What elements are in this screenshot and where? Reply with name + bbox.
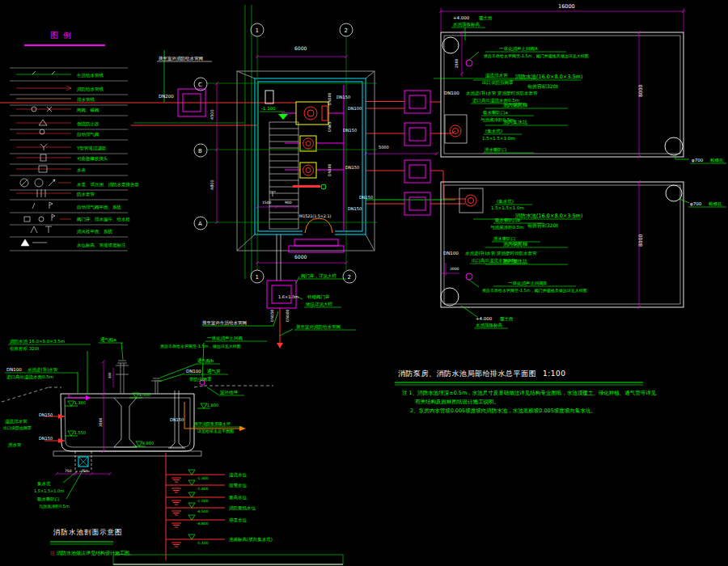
drawing-label: Y型管道过滤器	[76, 146, 107, 151]
drawing-label: 倒流防止器	[77, 121, 99, 127]
level-lines	[166, 475, 225, 547]
drawing-label: 覆土面	[479, 15, 493, 21]
drawing-label: 一体化消声止回阀	[207, 336, 243, 341]
drawing-label: DN150	[345, 165, 359, 170]
drawing-label: DN65	[328, 121, 332, 132]
drawing-label: 一体化消声止回阀B	[508, 281, 547, 286]
note-line-2: 有关结构及园林图纸设计施工说明。	[415, 398, 656, 407]
plan-title: 消防泵房、消防水池局部给排水总平面图1:100	[398, 369, 565, 379]
drawing-label: 4500	[210, 109, 214, 120]
bottom-frame	[113, 555, 343, 564]
drawing-label: 覆土面	[500, 316, 514, 322]
drawing-label: -5.100	[197, 541, 209, 545]
drawing-label: DN100	[6, 367, 22, 372]
drawing-label: 自动排气阀	[77, 132, 99, 137]
level-triangles	[188, 470, 195, 539]
drawing-label: 接自市政给水管网至-1.5m，做法详见大样图	[160, 344, 241, 349]
section-dimensions	[55, 360, 113, 475]
drawing-label: DN200	[159, 94, 174, 99]
drawing-label: 消火栓平面、系统	[77, 229, 113, 234]
drawing-label: 一体化消声止回阀A	[499, 46, 538, 52]
plan-scale: 1:100	[543, 370, 565, 378]
drawing-label: 6000	[294, 45, 307, 51]
drawing-label: -1.400	[197, 487, 209, 491]
drawing-label: 出口设防虫网罩	[3, 425, 32, 431]
section-title: 消防水池剖面示意图	[53, 528, 123, 538]
drawing-label: DN100	[348, 106, 362, 111]
drawing-label: 1.5×1.5×1.0m	[34, 488, 64, 493]
drawing-label: DN100	[443, 251, 459, 256]
drawing-label: A	[198, 221, 202, 227]
plan-title-text: 消防泵房、消防水池局部给排水总平面图	[398, 370, 536, 378]
drawing-label: 消防水池(16.0×8.0×3.5m)	[514, 213, 582, 219]
cad-viewport[interactable]: 16000+4.000覆土面水池顶板标高一体化消声止回阀A接自市政给水管网至-1…	[0, 0, 728, 566]
drawing-label: 接至室外消防给水管网	[296, 324, 341, 330]
riser-pipes	[202, 234, 303, 348]
drawing-label: (集水坑)	[485, 129, 502, 134]
drawing-label: 水池顶板标高	[453, 22, 480, 27]
drawing-label: 通气帽a	[100, 336, 116, 343]
drawing-label: 砖砌阀门井	[307, 294, 330, 300]
drawing-label: 2500	[455, 58, 459, 68]
drawing-label: 接自市政给水管网至-1.5m，阀门井规格及做法详见大样图	[484, 53, 589, 59]
vent-pipes	[116, 361, 162, 394]
drawing-label: 水池顶板标高	[476, 323, 503, 328]
drawing-label: 溢流排水管	[5, 419, 28, 424]
drawing-label: -1.550	[73, 430, 86, 435]
drawing-label: 泄水管	[8, 442, 22, 448]
drawing-label: 5000	[379, 145, 389, 150]
tank-section	[2, 343, 273, 475]
drawing-label: 自动排气阀平面、系统	[77, 205, 122, 210]
drawing-label: DN150	[270, 309, 274, 322]
drawing-label: -4.800	[197, 522, 209, 526]
section-note-text: 消防水池做法详见结构设计施工图。	[57, 550, 134, 555]
drawing-label: 水池进(补)水管	[28, 367, 58, 373]
drawing-label: 出口设防虫网罩	[482, 80, 514, 86]
section-note-prefix: 注:	[50, 550, 57, 555]
section-note: 注:消防水池做法详见结构设计施工图。	[50, 550, 134, 557]
tank-leaders	[63, 27, 689, 499]
drawing-label: 带防虫网罩	[189, 377, 212, 382]
drawing-label: +4.000	[476, 316, 493, 321]
drawing-label: -1.100	[261, 106, 276, 111]
drawing-label: DN150	[39, 436, 53, 441]
drawing-label: 检修孔	[710, 158, 724, 163]
drawing-label: 接至室外消防给水管网	[159, 56, 203, 61]
note-line-1: 注 1、消防水池埋深±0.5m，水池尺寸及基础做法详见结构专业图纸，水池顶覆土、…	[402, 389, 656, 398]
drawing-label: 6000	[294, 254, 307, 260]
drawing-label: 消防最低水位	[229, 505, 256, 511]
level-markers	[65, 393, 210, 446]
plan-notes: 注 1、消防水池埋深±0.5m，水池尺寸及基础做法详见结构专业图纸，水池顶覆土、…	[402, 389, 656, 416]
drawing-label: 1	[256, 27, 259, 34]
drawing-label: 阀门井，详见大样	[301, 273, 337, 279]
drawing-label: 池底标高(坡向集水坑)	[229, 537, 273, 543]
drawing-label: -1.300	[73, 400, 86, 405]
drawing-label: 做法详见大样	[305, 302, 333, 307]
drawing-label: 2	[348, 274, 351, 281]
drawing-label: 停泵水位	[229, 517, 248, 523]
drawing-label: 溢流排水管	[485, 73, 508, 78]
drawing-label: 详见给排水总平面图	[197, 429, 234, 434]
drawing-label: 1500	[262, 201, 272, 205]
drawing-label: DN100	[328, 92, 332, 105]
drawing-label: 750	[81, 469, 88, 473]
drawing-label: 500	[108, 372, 112, 378]
drawing-label: DN150	[348, 206, 362, 211]
stairs	[269, 122, 298, 229]
drawing-label: 消防水池 16.0×8.0×3.5m	[10, 339, 65, 344]
drawing-label: 有效容积320t	[527, 83, 558, 90]
drawing-canvas: 16000+4.000覆土面水池顶板标高一体化消声止回阀A接自市政给水管网至-1…	[0, 0, 728, 566]
drawing-label: 消防给水管线	[77, 87, 104, 92]
drawing-label: 8000	[637, 234, 643, 247]
drawing-label: 闸阀、蝶阀	[77, 108, 99, 113]
drawing-label: 接至消防泵房吸水管	[194, 421, 231, 427]
drawing-label: φ700	[690, 201, 702, 207]
legend-symbols	[16, 71, 71, 246]
drawing-label: C	[198, 82, 202, 88]
drawing-label: DN100	[444, 91, 459, 95]
drawing-label: -1.500	[138, 392, 150, 397]
drawing-label: 900	[285, 201, 292, 205]
drawing-label: DN150	[343, 128, 357, 133]
drawing-label: 消防水池(16.0×8.0×3.5m)	[514, 74, 582, 80]
drawing-label: 生活给水管线	[77, 73, 104, 78]
